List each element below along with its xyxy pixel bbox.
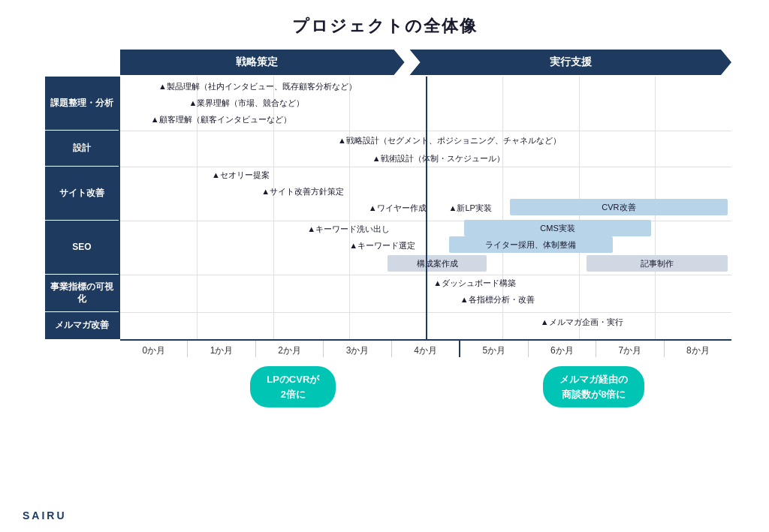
item-keyword1: ▲キーワード洗い出し — [307, 224, 390, 235]
tick-2: 2か月 — [256, 341, 324, 357]
gantt-area: ▲製品理解（社内インタビュー、既存顧客分析など） ▲業界理解（市場、競合など） … — [120, 77, 731, 339]
bar-kiji: 記事制作 — [587, 255, 728, 272]
sidebar-site: サイト改善 — [45, 167, 119, 221]
badge-lp: LPのCVRが2倍に — [250, 366, 336, 407]
phase-header: 戦略策定 実行支援 — [120, 50, 731, 75]
phase-strategy: 戦略策定 — [120, 50, 405, 75]
tick-0: 0か月 — [120, 341, 188, 357]
item-dashboard: ▲ダッシュボード構築 — [433, 278, 516, 289]
tick-3: 3か月 — [324, 341, 391, 357]
sidebar-merumaga: メルマガ改善 — [45, 312, 119, 339]
page-wrapper: プロジェクトの全体像 戦略策定 実行支援 課題整理・分析 設計 サイト改善 SE… — [0, 0, 769, 532]
month4-divider — [426, 77, 427, 339]
main-content: 課題整理・分析 設計 サイト改善 SEO 事業指標の可視化 メルマガ改善 — [45, 77, 731, 339]
sidebar-seo: SEO — [45, 221, 119, 275]
item-shihyou: ▲各指標分析・改善 — [460, 294, 535, 305]
sidebar-sekkei: 設計 — [45, 131, 119, 167]
badge-lp-wrapper: LPのCVRが2倍に — [222, 366, 364, 407]
grid-line-3 — [349, 77, 350, 339]
item-keyword2: ▲キーワード選定 — [349, 240, 415, 251]
tick-7: 7か月 — [596, 341, 664, 357]
phase-execution: 実行支援 — [410, 50, 731, 75]
sairu-logo: SAIRU — [23, 509, 67, 521]
badges-row: LPのCVRが2倍に メルマガ経由の商談数が8倍に — [120, 366, 731, 407]
badge-merumaga-wrapper: メルマガ経由の商談数が8倍に — [523, 366, 665, 407]
item-newlp: ▲新LP実装 — [449, 203, 492, 214]
item-seihin: ▲製品理解（社内インタビュー、既存顧客分析など） — [158, 81, 357, 92]
tick-6: 6か月 — [529, 341, 596, 357]
sidebar-kpi: 事業指標の可視化 — [45, 275, 119, 312]
item-gyokai: ▲業界理解（市場、競合など） — [189, 98, 305, 109]
sidebar-kadai: 課題整理・分析 — [45, 77, 119, 131]
tick-8: 8か月 — [665, 341, 731, 357]
item-wire: ▲ワイヤー作成 — [369, 203, 427, 214]
tick-1: 1か月 — [188, 341, 255, 357]
badge-merumaga-cta: メルマガ経由の商談数が8倍に — [543, 366, 644, 407]
tick-4: 4か月 — [392, 341, 460, 357]
page-title: プロジェクトの全体像 — [23, 15, 746, 38]
item-theory: ▲セオリー提案 — [212, 170, 270, 181]
timeline-axis: 0か月 1か月 2か月 3か月 4か月 5か月 6か月 7か月 8か月 — [120, 339, 731, 357]
tick-5: 5か月 — [460, 341, 528, 357]
item-senryaku: ▲戦略設計（セグメント、ポジショニング、チャネルなど） — [338, 135, 561, 146]
item-merumaga: ▲メルマガ企画・実行 — [541, 317, 623, 328]
item-kokyaku: ▲顧客理解（顧客インタビューなど） — [151, 114, 291, 125]
bar-kousei: 構成案作成 — [388, 255, 487, 272]
item-site-houshin: ▲サイト改善方針策定 — [261, 186, 344, 197]
sidebar: 課題整理・分析 設計 サイト改善 SEO 事業指標の可視化 メルマガ改善 — [45, 77, 120, 339]
bar-cms: CMS実装 — [464, 220, 651, 236]
bar-writer: ライター採用、体制整備 — [449, 236, 614, 253]
item-senjutsu: ▲戦術設計（体制・スケジュール） — [372, 153, 505, 164]
bar-cvr: CVR改善 — [510, 199, 728, 215]
